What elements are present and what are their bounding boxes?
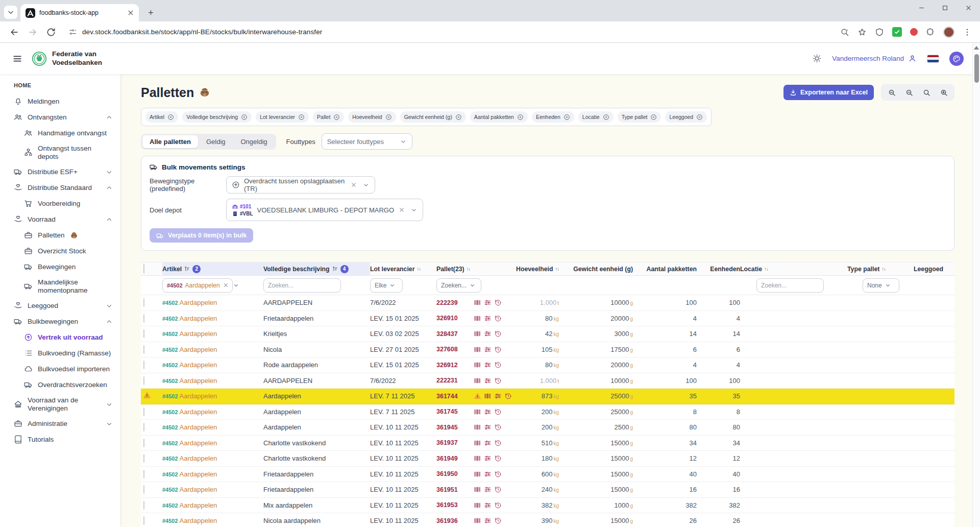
chip-remove-icon[interactable] [650,114,657,121]
history-icon[interactable] [504,392,512,400]
barcode-icon[interactable] [474,517,481,524]
chip-remove-icon[interactable] [333,114,340,121]
table-row-pallet-361950[interactable]: #4502 AardappelenFrietaardappelenLEV. 10… [141,467,954,483]
table-row-pallet-328437[interactable]: #4502 AardappelenKrieltjesLEV. 03 02 202… [141,326,954,342]
sidebar-item-bulkbewegingen[interactable]: Bulkbewegingen [0,314,120,329]
chip-remove-icon[interactable] [385,114,392,121]
bulk-move-button[interactable]: Verplaats 0 item(s) in bulk [150,228,253,243]
table-row-pallet-361951[interactable]: #4502 AardappelenFrietaardappelenLEV. 10… [141,482,954,498]
zoom-in-button[interactable] [935,86,952,99]
user-menu[interactable]: Vandermeersch Roland [832,54,917,63]
pallet-number[interactable]: 361950 [436,470,474,477]
column-header-volledige-beschrijving[interactable]: Volledige beschrijving4 [263,262,370,275]
appearance-button[interactable] [949,52,964,66]
url-field[interactable]: dev.stock.foodbanksit.be/stock/app/nl-BE… [68,28,840,36]
filter-chip-aantal-pakketten[interactable]: Aantal pakketten [470,111,528,123]
sliders-icon[interactable] [484,423,492,431]
sliders-icon[interactable] [484,361,492,369]
history-icon[interactable] [494,486,502,493]
type-pallet-filter-select[interactable]: None [863,278,899,293]
column-header-gewicht-eenheid-g[interactable]: Gewicht eenheid (g) [559,262,633,275]
artikel-filter-select[interactable]: #4502Aardappelen [162,278,233,293]
table-row-pallet-326912[interactable]: #4502 AardappelenRode aardappelenLEV. 15… [141,357,954,373]
clear-icon[interactable] [350,181,357,188]
sidebar-item-administratie[interactable]: Administratie [0,416,120,432]
barcode-icon[interactable] [474,377,481,385]
pallet-number[interactable]: 361936 [436,517,474,524]
column-header-leeggoed[interactable]: Leeggoed [914,262,954,275]
sidebar-item-bewegingen[interactable]: Bewegingen [0,259,120,275]
sidebar-item-meldingen[interactable]: Meldingen [0,93,120,109]
row-checkbox[interactable] [143,376,144,385]
sidebar-item-maandelijkse-momentopname[interactable]: Maandelijkse momentopname [0,275,120,298]
sliders-icon[interactable] [484,346,492,353]
pallet-filter-select[interactable]: Zoeken... [436,278,481,293]
pallet-number[interactable]: 361953 [436,501,474,509]
history-icon[interactable] [494,408,502,416]
tab-ongeldig[interactable]: Ongeldig [234,135,275,148]
barcode-icon[interactable] [474,299,481,306]
browser-tab[interactable]: foodbanks-stock-app [20,4,139,21]
scrollbar-thumb[interactable] [974,54,979,83]
pallet-number[interactable]: 361951 [436,486,474,493]
clear-icon[interactable] [223,282,229,289]
chip-remove-icon[interactable] [696,114,703,121]
sliders-icon[interactable] [484,517,492,524]
lot-filter-select[interactable]: Elke [370,278,403,293]
sliders-icon[interactable] [484,315,492,322]
barcode-icon[interactable] [474,439,481,447]
back-icon[interactable] [9,27,19,37]
row-checkbox[interactable] [143,361,144,369]
site-info-icon[interactable] [68,28,77,36]
sliders-icon[interactable] [484,501,492,509]
description-search-input[interactable] [268,282,336,289]
barcode-icon[interactable] [474,486,481,493]
table-row-pallet-361953[interactable]: #4502 AardappelenMix aardappelenLEV. 10 … [141,498,954,514]
tab-alle-palletten[interactable]: Alle palletten [142,135,198,148]
sliders-icon[interactable] [484,486,492,493]
row-checkbox[interactable] [143,439,144,447]
barcode-icon[interactable] [474,454,481,462]
column-header-type-pallet[interactable]: Type pallet↑↓ [847,262,914,275]
sidebar-item-distributie-esf[interactable]: Distributie ESF+ [0,164,120,180]
table-row-pallet-361949[interactable]: #4502 AardappelenCharlotte vastkokendLEV… [141,451,954,467]
barcode-icon[interactable] [474,501,481,509]
filter-chip-locatie[interactable]: Locatie [578,111,614,123]
sliders-icon[interactable] [484,330,492,338]
table-row-pallet-222239[interactable]: #4502 AardappelenAARDAPPELEN7/6/20222222… [141,295,954,311]
select-all-checkbox[interactable] [143,264,144,274]
sidebar-item-ontvangst-tussen-depots[interactable]: Ontvangst tussen depots [0,141,120,164]
history-icon[interactable] [494,299,502,306]
language-flag-nl[interactable] [927,55,939,63]
sidebar-item-overdrachtsverzoeken[interactable]: Overdrachtsverzoeken [0,377,120,393]
clear-icon[interactable] [398,206,405,213]
scrollbar-up-arrow[interactable] [974,46,979,50]
table-row-pallet-327608[interactable]: #4502 AardappelenNicolaLEV. 27 01 202532… [141,342,954,358]
history-icon[interactable] [494,361,502,369]
history-icon[interactable] [494,439,502,447]
pallet-number[interactable]: 361745 [436,408,474,415]
row-checkbox[interactable] [143,408,144,416]
filter-chip-volledige-beschrijving[interactable]: Volledige beschrijving [182,111,252,123]
chip-remove-icon[interactable] [241,114,248,121]
sidebar-item-handmatige-ontvangst[interactable]: Handmatige ontvangst [0,125,120,141]
row-checkbox[interactable] [143,501,144,510]
table-row-pallet-361937[interactable]: #4502 AardappelenCharlotte vastkokendLEV… [141,436,954,451]
history-icon[interactable] [494,423,502,431]
filter-chip-leeggoed[interactable]: Leeggoed [665,111,707,123]
barcode-icon[interactable] [474,315,481,322]
filter-chip-type-pallet[interactable]: Type pallet [618,111,662,123]
column-header-artikel[interactable]: Artikel2 [162,262,263,275]
sidebar-item-vertrek-uit-voorraad[interactable]: Vertrek uit voorraad [0,329,120,345]
menu-hamburger-icon[interactable] [12,54,22,64]
zoom-out-button[interactable] [883,86,900,99]
sidebar-item-palletten[interactable]: Palletten [0,227,120,243]
history-icon[interactable] [494,377,502,385]
history-icon[interactable] [494,470,502,478]
minimize-button[interactable] [910,0,933,15]
column-header-aantal-pakketten[interactable]: Aantal pakketten [633,262,697,275]
sliders-icon[interactable] [484,299,492,306]
sliders-icon[interactable] [484,439,492,447]
sidebar-item-overzicht-stock[interactable]: Overzicht Stock [0,243,120,259]
extension-record-icon[interactable] [910,28,918,36]
